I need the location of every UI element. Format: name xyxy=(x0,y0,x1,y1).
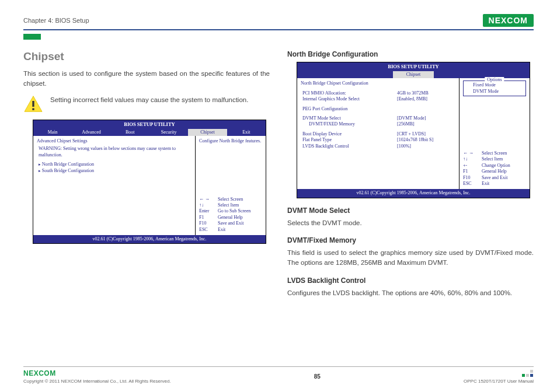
bios-heading: North Bridge Chipset Configuration xyxy=(301,80,455,86)
intro-text: This section is used to configure the sy… xyxy=(23,69,270,89)
manual-label: OPPC 1520T/1720T User Manual xyxy=(464,379,534,384)
bios-options-box: Options Fixed Mode DVMT Mode xyxy=(463,80,526,96)
bios-tab-security: Security xyxy=(149,129,188,136)
bios-tab-chipset: Chipset xyxy=(188,129,227,136)
bios-title: BIOS SETUP UTILITY xyxy=(33,120,266,129)
bios-item-sb: South Bridge Configuration xyxy=(37,168,192,174)
svg-rect-2 xyxy=(32,108,34,110)
bios-item-nb: North Bridge Configuration xyxy=(37,162,192,167)
page-number: 85 xyxy=(314,373,321,380)
bios-hint: Configure North Bridge features. xyxy=(199,138,262,144)
bios-screenshot-nb: BIOS SETUP UTILITY Chipset North Bridge … xyxy=(297,62,530,198)
dvmt-fixed-title: DVMT/Fixed Memory xyxy=(287,236,534,244)
bios-tab-main: Main xyxy=(33,129,72,136)
dvmt-mode-title: DVMT Mode Select xyxy=(287,206,534,215)
chapter-label: Chapter 4: BIOS Setup xyxy=(23,17,89,24)
bios-key-legend: ← →Select Screen ↑↓Select Item +-Change … xyxy=(463,150,526,187)
bios-tab-advanced: Advanced xyxy=(72,129,110,136)
bios-tabs: Main Advanced Boot Security Chipset Exit xyxy=(33,129,266,136)
warning-text: Setting incorrect field values may cause… xyxy=(50,95,248,105)
lvds-body: Configures the LVDS backlight. The optio… xyxy=(287,288,534,298)
warning-icon xyxy=(23,95,43,113)
bios-screenshot-chipset: BIOS SETUP UTILITY Main Advanced Boot Se… xyxy=(33,120,266,244)
footer-squares-icon xyxy=(522,369,534,379)
bios-tab-boot: Boot xyxy=(111,129,149,136)
svg-rect-6 xyxy=(530,374,533,377)
svg-rect-5 xyxy=(530,370,533,373)
brand-logo: NEXCOM xyxy=(483,14,534,27)
svg-rect-4 xyxy=(526,374,529,377)
bios-footer: v02.61 (C)Copyright 1985-2006, American … xyxy=(297,189,530,197)
svg-rect-3 xyxy=(522,374,525,377)
bios-tab-chipset: Chipset xyxy=(393,71,434,78)
lvds-title: LVDS Backlight Control xyxy=(287,276,534,285)
dvmt-fixed-body: This field is used to select the graphic… xyxy=(287,248,534,268)
footer-logo: NEXCOM xyxy=(23,369,56,377)
bios-title: BIOS SETUP UTILITY xyxy=(297,62,530,71)
accent-stub xyxy=(23,34,41,40)
bios-tab-exit: Exit xyxy=(227,129,266,136)
dvmt-mode-body: Selects the DVMT mode. xyxy=(287,218,534,228)
bios-warning: WARNING: Setting wrong values in below s… xyxy=(37,146,192,158)
svg-rect-1 xyxy=(32,101,34,107)
nb-config-title: North Bridge Configuration xyxy=(287,50,534,58)
bios-key-legend: ← →Select Screen ↑↓Select Item EnterGo t… xyxy=(199,197,262,233)
copyright: Copyright © 2011 NEXCOM International Co… xyxy=(23,379,171,384)
bios-heading: Advanced Chipset Settings xyxy=(37,138,192,144)
bios-footer: v02.61 (C)Copyright 1985-2006, American … xyxy=(33,235,266,243)
section-title: Chipset xyxy=(23,50,270,63)
